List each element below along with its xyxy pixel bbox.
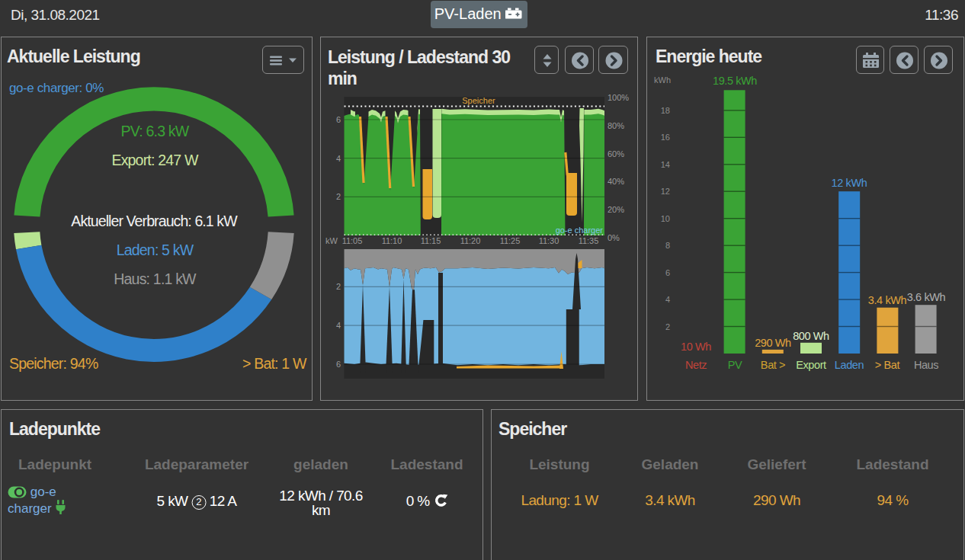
svg-text:kWh: kWh — [654, 75, 671, 85]
svg-text:12: 12 — [661, 187, 670, 196]
svg-text:10 Wh: 10 Wh — [681, 341, 711, 353]
svg-text:4: 4 — [665, 295, 670, 304]
svg-text:3.4 kWh: 3.4 kWh — [868, 294, 907, 306]
svg-text:PV: PV — [728, 359, 742, 371]
svg-text:18: 18 — [661, 106, 670, 115]
svg-text:290 Wh: 290 Wh — [755, 337, 791, 349]
svg-text:10: 10 — [661, 214, 670, 223]
svg-text:Bat >: Bat > — [761, 359, 785, 371]
svg-text:16: 16 — [661, 133, 670, 142]
svg-text:Laden: Laden — [835, 359, 864, 371]
svg-text:14: 14 — [661, 160, 670, 169]
svg-text:8: 8 — [665, 241, 670, 250]
svg-text:Export: Export — [796, 359, 826, 371]
svg-text:12 kWh: 12 kWh — [832, 177, 867, 189]
svg-text:Haus: Haus — [914, 359, 938, 371]
svg-text:Netz: Netz — [685, 359, 707, 371]
svg-text:800 Wh: 800 Wh — [793, 330, 829, 342]
svg-text:3.6 kWh: 3.6 kWh — [907, 291, 946, 303]
svg-text:19.5 kWh: 19.5 kWh — [713, 75, 757, 87]
svg-text:> Bat: > Bat — [875, 359, 900, 371]
svg-text:2: 2 — [665, 322, 670, 331]
svg-text:6: 6 — [665, 268, 670, 277]
